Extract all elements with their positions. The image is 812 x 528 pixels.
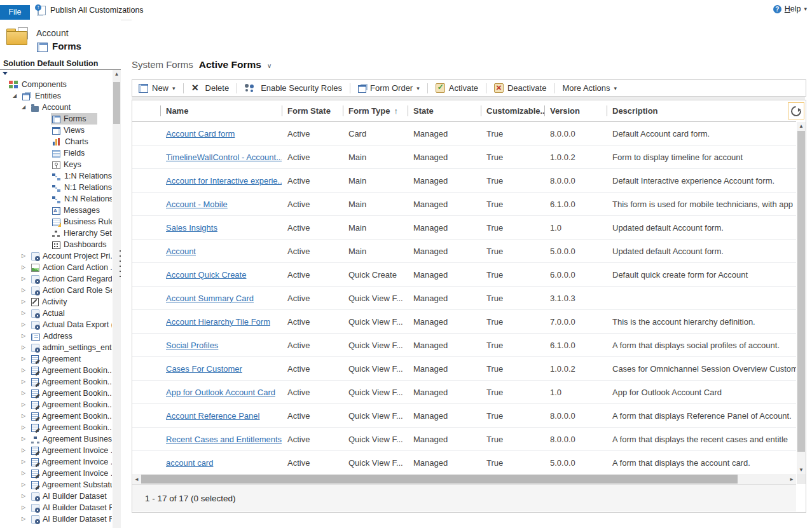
- tree-item[interactable]: Dashboards: [0, 239, 112, 250]
- expand-arrow-icon[interactable]: ▷: [22, 376, 30, 388]
- tree-item[interactable]: ▷ Agreement: [0, 353, 112, 365]
- expand-arrow-icon[interactable]: ▷: [22, 262, 30, 273]
- table-row[interactable]: App for Outlook Account Card Active Quic…: [132, 381, 796, 404]
- tree-item[interactable]: ▷ admin_settings_entity: [0, 342, 112, 353]
- row-select-cell[interactable]: [132, 428, 160, 450]
- form-order-button[interactable]: Form Order ▾: [352, 80, 426, 96]
- row-select-cell[interactable]: [132, 122, 160, 145]
- table-row[interactable]: Social Profiles Active Quick View F... M…: [132, 334, 796, 357]
- expand-arrow-icon[interactable]: ▷: [22, 365, 30, 376]
- expand-arrow-icon[interactable]: ▷: [22, 491, 30, 502]
- panel-splitter-handle[interactable]: [119, 250, 121, 281]
- tree-item[interactable]: Views: [0, 125, 112, 136]
- tree-item[interactable]: ▷ Agreement Bookin...: [0, 365, 112, 376]
- expand-arrow-icon[interactable]: ◢: [13, 90, 21, 102]
- table-row[interactable]: Recent Cases and Entitlements Active Qui…: [132, 428, 796, 451]
- scroll-up-arrow-icon[interactable]: ▲: [797, 122, 806, 130]
- deactivate-button[interactable]: Deactivate: [488, 80, 553, 96]
- tree-item[interactable]: ▷ Activity: [0, 296, 112, 308]
- tree-item[interactable]: Business Rules: [0, 216, 112, 227]
- tree-item[interactable]: ▷ Actual: [0, 308, 112, 319]
- tree-item[interactable]: ▷ Agreement Substatus: [0, 479, 112, 491]
- form-name-link[interactable]: account card: [166, 458, 213, 468]
- table-row[interactable]: Account Card form Active Card Managed Tr…: [132, 122, 796, 146]
- expand-arrow-icon[interactable]: ▷: [22, 456, 30, 468]
- new-button[interactable]: New ▾: [132, 80, 182, 96]
- table-row[interactable]: Account Active Main Managed True 5.0.0.0…: [132, 240, 796, 263]
- tree-item[interactable]: ▷ Agreement Bookin...: [0, 388, 112, 399]
- tree-item[interactable]: ▷ Agreement Bookin...: [0, 410, 112, 422]
- table-row[interactable]: TimelineWallControl - Account... Active …: [132, 146, 796, 169]
- expand-arrow-icon[interactable]: ▷: [22, 388, 30, 399]
- expand-arrow-icon[interactable]: ▷: [22, 319, 30, 330]
- expand-arrow-icon[interactable]: ▷: [22, 296, 30, 308]
- tree-item[interactable]: ▷ AI Builder Dataset R...: [0, 513, 112, 525]
- row-select-cell[interactable]: [132, 240, 160, 262]
- tree-item[interactable]: Messages: [0, 205, 112, 216]
- tree-item[interactable]: Components: [0, 79, 112, 90]
- row-select-cell[interactable]: [132, 404, 160, 427]
- tree-item[interactable]: N:1 Relationships: [0, 182, 112, 193]
- column-header-customizable[interactable]: Customizable...: [481, 100, 544, 121]
- expand-arrow-icon[interactable]: ◢: [22, 102, 30, 113]
- tree-item[interactable]: ▷ Address: [0, 330, 112, 342]
- scroll-down-arrow-icon[interactable]: ▼: [797, 466, 806, 474]
- expand-arrow-icon[interactable]: ▷: [22, 330, 30, 342]
- tree-item[interactable]: ▷ Account Project Pri...: [0, 250, 112, 262]
- form-name-link[interactable]: Social Profiles: [166, 341, 218, 350]
- row-select-cell[interactable]: [132, 310, 160, 333]
- column-header-state[interactable]: State: [408, 100, 481, 121]
- table-row[interactable]: Cases For Customer Active Quick View F..…: [132, 357, 796, 381]
- tree-item[interactable]: Hierarchy Setti...: [0, 227, 112, 239]
- expand-arrow-icon[interactable]: ▷: [22, 285, 30, 296]
- tree-item[interactable]: ◢ Account: [0, 102, 112, 113]
- tree-item[interactable]: ◢ Entities: [0, 90, 112, 102]
- form-name-link[interactable]: Sales Insights: [166, 223, 217, 233]
- table-row[interactable]: Account - Mobile Active Main Managed Tru…: [132, 193, 796, 216]
- expand-arrow-icon[interactable]: ▷: [22, 479, 30, 491]
- expand-arrow-icon[interactable]: ▷: [22, 250, 30, 262]
- view-selector[interactable]: Active Forms: [199, 59, 261, 71]
- row-select-cell[interactable]: [132, 169, 160, 192]
- tree-item[interactable]: ▷ AI Builder Dataset: [0, 491, 112, 502]
- file-button[interactable]: File: [0, 5, 30, 20]
- activate-button[interactable]: Activate: [429, 80, 485, 96]
- tree-item[interactable]: Charts: [0, 136, 112, 147]
- row-select-cell[interactable]: [132, 451, 160, 474]
- tree-item[interactable]: ▷ Agreement Invoice ...: [0, 445, 112, 456]
- tree-item[interactable]: ▷ Action Card Role Se...: [0, 285, 112, 296]
- expand-arrow-icon[interactable]: ▷: [22, 445, 30, 456]
- row-select-cell[interactable]: [132, 287, 160, 309]
- form-name-link[interactable]: Account Summary Card: [166, 294, 254, 303]
- expand-arrow-icon[interactable]: ▷: [22, 410, 30, 422]
- row-select-cell[interactable]: [132, 334, 160, 356]
- form-name-link[interactable]: Recent Cases and Entitlements: [166, 435, 282, 444]
- row-select-cell[interactable]: [132, 381, 160, 403]
- table-row[interactable]: Account Reference Panel Active Quick Vie…: [132, 404, 796, 428]
- form-name-link[interactable]: Cases For Customer: [166, 364, 242, 374]
- tree-item[interactable]: ▷ Action Card Regard...: [0, 273, 112, 285]
- scroll-right-arrow-icon[interactable]: ►: [787, 477, 796, 482]
- tree-item[interactable]: N:N Relationshi...: [0, 193, 112, 205]
- tree-item[interactable]: ▷ Agreement Bookin...: [0, 422, 112, 433]
- vertical-scrollbar-thumb[interactable]: [797, 131, 805, 452]
- tree-scrollbar[interactable]: ▲: [113, 70, 121, 528]
- table-row[interactable]: Account Quick Create Active Quick Create…: [132, 263, 796, 287]
- form-name-link[interactable]: TimelineWallControl - Account...: [166, 152, 282, 162]
- tree-item[interactable]: 1:N Relationships: [0, 170, 112, 182]
- tree-item[interactable]: ▷ Agreement Invoice ...: [0, 468, 112, 479]
- expand-arrow-icon[interactable]: ▷: [22, 502, 30, 513]
- row-select-cell[interactable]: [132, 216, 160, 239]
- row-select-cell[interactable]: [132, 146, 160, 168]
- row-select-cell[interactable]: [132, 263, 160, 286]
- column-header-description[interactable]: Description: [607, 100, 796, 121]
- form-name-link[interactable]: App for Outlook Account Card: [166, 388, 275, 397]
- grid-horizontal-scrollbar[interactable]: ◄ ►: [132, 474, 796, 484]
- table-row[interactable]: Account Summary Card Active Quick View F…: [132, 287, 796, 310]
- column-header-form-type[interactable]: Form Type↑: [343, 100, 408, 121]
- expand-arrow-icon[interactable]: ▷: [22, 433, 30, 445]
- column-header-name[interactable]: Name: [160, 100, 282, 121]
- tree-item[interactable]: ▷ Actual Data Export (...: [0, 319, 112, 330]
- tree-item[interactable]: ▷ Agreement Bookin...: [0, 376, 112, 388]
- expand-arrow-icon[interactable]: ▷: [22, 342, 30, 353]
